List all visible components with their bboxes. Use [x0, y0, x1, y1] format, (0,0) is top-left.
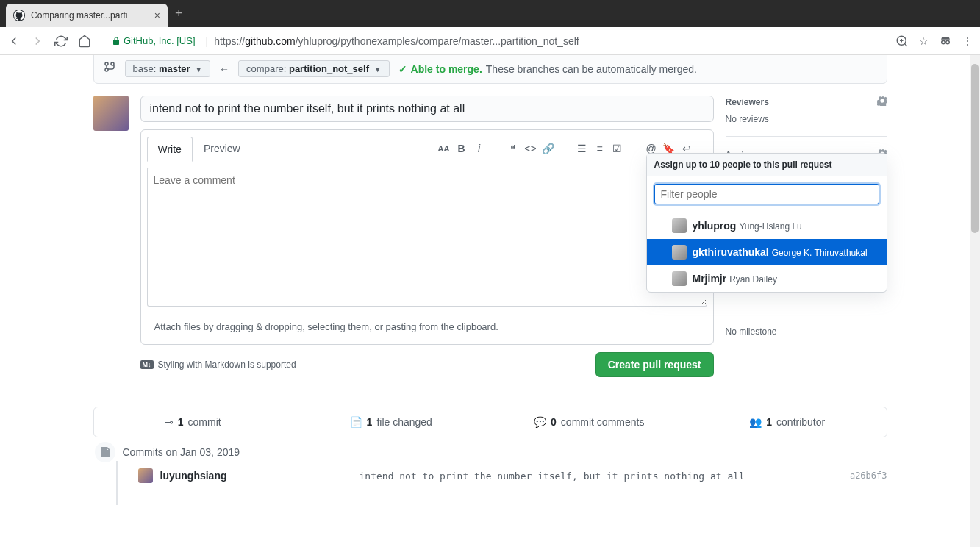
address-bar[interactable]: GitHub, Inc. [US] | https://github.com/y… — [101, 34, 885, 48]
preview-tab[interactable]: Preview — [193, 136, 251, 161]
assignees-popup: Assign up to 10 people to this pull requ… — [646, 153, 887, 293]
zoom-icon[interactable] — [895, 35, 909, 48]
markdown-icon: M↓ — [140, 360, 154, 369]
commit-row[interactable]: luyunghsiang intend not to print the num… — [138, 468, 887, 483]
ol-icon[interactable]: ≡ — [593, 141, 607, 156]
browser-tab[interactable]: Comparing master...parti × — [6, 4, 168, 27]
comment-icon: 💬 — [534, 416, 546, 428]
reviewers-body: No reviews — [726, 114, 887, 124]
quote-icon[interactable]: ❝ — [506, 141, 521, 156]
browser-toolbar: GitHub, Inc. [US] | https://github.com/y… — [0, 27, 980, 55]
menu-icon[interactable]: ⋮ — [962, 35, 973, 47]
timeline-badge-icon — [93, 440, 117, 464]
markdown-hint[interactable]: M↓ Styling with Markdown is supported — [140, 360, 296, 370]
forward-button[interactable] — [31, 35, 44, 48]
pr-title-input[interactable] — [140, 96, 714, 122]
scrollbar[interactable] — [970, 55, 980, 547]
new-tab-button[interactable]: + — [175, 6, 183, 21]
reload-button[interactable] — [54, 35, 68, 48]
italic-icon[interactable]: i — [472, 141, 487, 156]
commit-icon: ⊸ — [165, 416, 174, 428]
stat-files[interactable]: 📄 1 file changed — [292, 407, 490, 437]
comment-textarea[interactable] — [147, 167, 707, 307]
assignee-option[interactable]: gkthiruvathukal George K. Thiruvathukal — [647, 239, 887, 265]
svg-line-1 — [904, 43, 906, 46]
avatar — [672, 245, 687, 260]
stat-comments[interactable]: 💬 0 commit comments — [490, 407, 689, 437]
file-icon: 📄 — [350, 416, 362, 428]
bold-icon[interactable]: B — [454, 141, 469, 156]
user-avatar[interactable] — [93, 96, 129, 131]
filter-people-input[interactable] — [654, 184, 879, 204]
gear-icon[interactable] — [877, 96, 887, 108]
compare-icon — [104, 62, 116, 76]
url-text: https://github.com/yhluprog/pythonexampl… — [214, 35, 579, 47]
stat-contributors[interactable]: 👥 1 contributor — [688, 407, 887, 437]
security-chip[interactable]: GitHub, Inc. [US] — [107, 34, 200, 48]
commit-avatar — [138, 468, 153, 483]
commit-sha[interactable]: a26b6f3 — [850, 471, 887, 481]
ul-icon[interactable]: ☰ — [575, 141, 590, 156]
bookmark-icon[interactable]: ☆ — [919, 35, 929, 47]
popup-header: Assign up to 10 people to this pull requ… — [647, 154, 887, 176]
milestone-body: No milestone — [726, 326, 887, 337]
stats-bar: ⊸ 1 commit 📄 1 file changed 💬 0 commit c… — [93, 407, 887, 437]
avatar — [672, 218, 687, 233]
check-icon: ✓ — [398, 63, 407, 75]
attach-hint[interactable]: Attach files by dragging & dropping, sel… — [147, 315, 707, 338]
comment-box: Write Preview AA B i ❝ <> 🔗 — [140, 129, 714, 345]
pr-sidebar: Reviewers No reviews Assignees No milest… — [726, 96, 887, 377]
compare-branch-dropdown[interactable]: compare: partition_not_self ▼ — [238, 60, 389, 77]
commit-author[interactable]: luyunghsiang — [160, 470, 227, 482]
incognito-icon[interactable] — [939, 35, 952, 48]
people-icon: 👥 — [749, 416, 762, 428]
base-branch-dropdown[interactable]: base: master ▼ — [125, 60, 211, 77]
caret-down-icon: ▼ — [195, 65, 202, 74]
reviewers-title: Reviewers — [726, 97, 769, 107]
caret-down-icon: ▼ — [374, 65, 382, 74]
timeline-date: Commits on Jan 03, 2019 — [105, 443, 887, 461]
task-icon[interactable]: ☑ — [610, 141, 625, 156]
commits-timeline: Commits on Jan 03, 2019 luyunghsiang int… — [93, 443, 887, 505]
create-pr-button[interactable]: Create pull request — [595, 352, 714, 377]
merge-status: ✓ Able to merge. These branches can be a… — [398, 63, 697, 75]
github-favicon — [13, 10, 25, 21]
back-button[interactable] — [7, 35, 21, 48]
commit-message[interactable]: intend not to print the number itself, b… — [360, 471, 745, 482]
avatar — [672, 271, 687, 286]
security-label: GitHub, Inc. [US] — [124, 35, 196, 46]
code-icon[interactable]: <> — [523, 141, 538, 156]
tab-title: Comparing master...parti — [31, 10, 149, 21]
write-tab[interactable]: Write — [147, 137, 193, 162]
compare-bar: base: master ▼ ← compare: partition_not_… — [93, 55, 887, 84]
assignee-option[interactable]: yhluprog Yung-Hsiang Lu — [647, 212, 887, 239]
close-tab-icon[interactable]: × — [154, 10, 160, 21]
home-button[interactable] — [78, 35, 91, 48]
stat-commits[interactable]: ⊸ 1 commit — [94, 407, 293, 437]
svg-point-4 — [942, 40, 945, 44]
browser-tab-strip: Comparing master...parti × + — [0, 0, 980, 27]
svg-point-5 — [946, 40, 950, 44]
heading-icon[interactable]: AA — [437, 141, 451, 156]
assignee-option[interactable]: Mrjimjr Ryan Dailey — [647, 265, 887, 292]
link-icon[interactable]: 🔗 — [541, 141, 556, 156]
swap-branches-icon[interactable]: ← — [219, 63, 229, 75]
